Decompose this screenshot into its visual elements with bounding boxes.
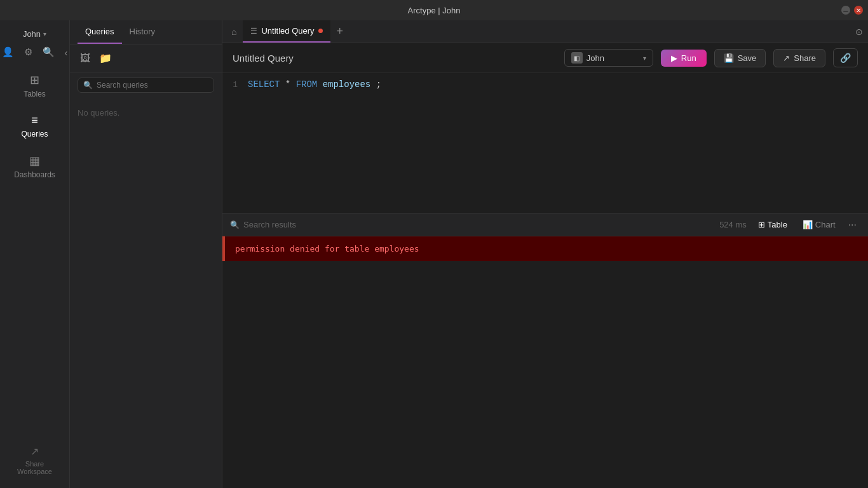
save-button[interactable]: 💾 Save bbox=[714, 49, 766, 67]
tab-query-icon: ☰ bbox=[250, 27, 257, 36]
search-input[interactable] bbox=[97, 81, 208, 90]
dashboards-icon: ▦ bbox=[29, 154, 40, 168]
sidebar-item-queries[interactable]: ≡ Queries bbox=[0, 107, 69, 145]
title-bar: Arctype | John – ✕ bbox=[0, 0, 868, 20]
tab-bar: ⌂ ☰ Untitled Query + ⊙ bbox=[222, 20, 868, 43]
sidebar-item-dashboards[interactable]: ▦ Dashboards bbox=[0, 147, 69, 186]
user-icon[interactable]: 👤 bbox=[1, 45, 15, 59]
error-message: permission denied for table employees bbox=[222, 236, 868, 261]
user-name: John bbox=[23, 29, 41, 39]
table-label: Table bbox=[768, 220, 787, 229]
new-query-button[interactable]: 🖼 bbox=[78, 50, 93, 67]
code-editor[interactable]: 1 SELECT * FROM employees ; bbox=[222, 73, 868, 213]
add-tab-button[interactable]: + bbox=[333, 25, 348, 38]
tab-queries[interactable]: Queries bbox=[78, 20, 122, 44]
tab-bar-right: ⊙ bbox=[855, 26, 863, 37]
keyword-from: FROM bbox=[296, 79, 318, 90]
results-search-icon: 🔍 bbox=[230, 220, 240, 229]
star-operator: * bbox=[285, 79, 296, 90]
table-icon: ⊞ bbox=[758, 220, 765, 229]
collapse-icon[interactable]: ‹ bbox=[64, 45, 69, 59]
link-icon: 🔗 bbox=[840, 53, 851, 63]
db-icon: ◧ bbox=[571, 52, 583, 64]
user-menu-arrow: ▾ bbox=[43, 30, 46, 37]
sidebar: John ▾ 👤 ⚙ 🔍 ‹ ⊞ Tables ≡ Queries ▦ Dash… bbox=[0, 20, 70, 488]
save-label: Save bbox=[738, 53, 757, 63]
code-content-1: SELECT * FROM employees ; bbox=[248, 79, 381, 90]
share-button[interactable]: ↗ Share bbox=[773, 49, 825, 67]
folder-button[interactable]: 📁 bbox=[97, 50, 114, 67]
dashboards-label: Dashboards bbox=[14, 170, 55, 179]
more-options-button[interactable]: ··· bbox=[844, 218, 860, 232]
link-button[interactable]: 🔗 bbox=[833, 48, 858, 67]
results-search-box: 🔍 Search results bbox=[230, 220, 714, 229]
tab-unsaved-dot bbox=[318, 29, 323, 33]
queries-panel: Queries History 🖼 📁 🔍 No queries. bbox=[70, 20, 222, 488]
tables-label: Tables bbox=[24, 90, 46, 98]
share-workspace-icon: ↗ bbox=[31, 445, 39, 458]
home-button[interactable]: ⌂ bbox=[227, 24, 240, 39]
chart-label: Chart bbox=[815, 220, 836, 229]
window-controls: – ✕ bbox=[841, 6, 863, 15]
chart-icon: 📊 bbox=[803, 220, 813, 229]
results-area: 🔍 Search results 524 ms ⊞ Table 📊 Chart … bbox=[222, 213, 868, 261]
db-selector-arrow: ▾ bbox=[643, 55, 646, 62]
close-button[interactable]: ✕ bbox=[854, 6, 863, 15]
queries-icon: ≡ bbox=[31, 114, 38, 127]
chart-view-button[interactable]: 📊 Chart bbox=[796, 217, 842, 232]
sidebar-item-tables[interactable]: ⊞ Tables bbox=[0, 67, 69, 105]
user-menu[interactable]: John ▾ bbox=[0, 25, 69, 43]
panel-tabs: Queries History bbox=[70, 20, 222, 44]
run-button[interactable]: ▶ Run bbox=[661, 50, 707, 67]
settings-icon[interactable]: ⚙ bbox=[23, 45, 34, 59]
app-title: Arctype | John bbox=[408, 6, 461, 15]
database-selector[interactable]: ◧ John ▾ bbox=[564, 49, 653, 67]
share-workspace-button[interactable]: ↗ Share Workspace bbox=[17, 438, 52, 483]
line-number-1: 1 bbox=[222, 80, 248, 90]
no-queries-label: No queries. bbox=[70, 98, 222, 128]
keyword-select: SELECT bbox=[248, 79, 280, 90]
table-name: employees bbox=[323, 79, 371, 90]
query-tab[interactable]: ☰ Untitled Query bbox=[243, 20, 330, 43]
semicolon: ; bbox=[376, 79, 381, 90]
share-icon: ↗ bbox=[783, 53, 790, 63]
sidebar-nav: ⊞ Tables ≡ Queries ▦ Dashboards bbox=[0, 67, 69, 438]
search-icon[interactable]: 🔍 bbox=[41, 45, 56, 59]
db-name: John bbox=[587, 53, 604, 63]
tables-icon: ⊞ bbox=[30, 73, 39, 87]
share-workspace-label: Share Workspace bbox=[17, 460, 52, 475]
query-timing: 524 ms bbox=[719, 220, 747, 229]
tab-history[interactable]: History bbox=[122, 20, 163, 44]
results-search-label: Search results bbox=[243, 220, 296, 229]
queries-label: Queries bbox=[21, 130, 48, 139]
code-line-1: 1 SELECT * FROM employees ; bbox=[222, 78, 868, 91]
home-icon: ⌂ bbox=[231, 27, 236, 37]
query-title: Untitled Query bbox=[233, 53, 557, 64]
query-header: Untitled Query ◧ John ▾ ▶ Run 💾 Save ↗ S… bbox=[222, 43, 868, 73]
main-content: ⌂ ☰ Untitled Query + ⊙ Untitled Query ◧ … bbox=[222, 20, 868, 488]
table-view-button[interactable]: ⊞ Table bbox=[752, 217, 794, 232]
minimize-button[interactable]: – bbox=[841, 6, 850, 15]
app-layout: John ▾ 👤 ⚙ 🔍 ‹ ⊞ Tables ≡ Queries ▦ Dash… bbox=[0, 20, 868, 488]
panel-actions: 🖼 📁 bbox=[70, 44, 222, 72]
tab-label: Untitled Query bbox=[261, 26, 314, 36]
queries-search-box[interactable]: 🔍 bbox=[78, 78, 214, 93]
save-icon: 💾 bbox=[724, 53, 734, 63]
sidebar-top-icons: 👤 ⚙ 🔍 ‹ bbox=[1, 43, 69, 62]
share-label: Share bbox=[794, 53, 816, 63]
run-icon: ▶ bbox=[671, 53, 677, 63]
run-label: Run bbox=[681, 53, 696, 63]
results-toolbar: 🔍 Search results 524 ms ⊞ Table 📊 Chart … bbox=[222, 214, 868, 236]
search-icon: 🔍 bbox=[83, 81, 93, 90]
wifi-icon: ⊙ bbox=[855, 27, 863, 37]
view-toggle: ⊞ Table 📊 Chart ··· bbox=[752, 217, 860, 232]
